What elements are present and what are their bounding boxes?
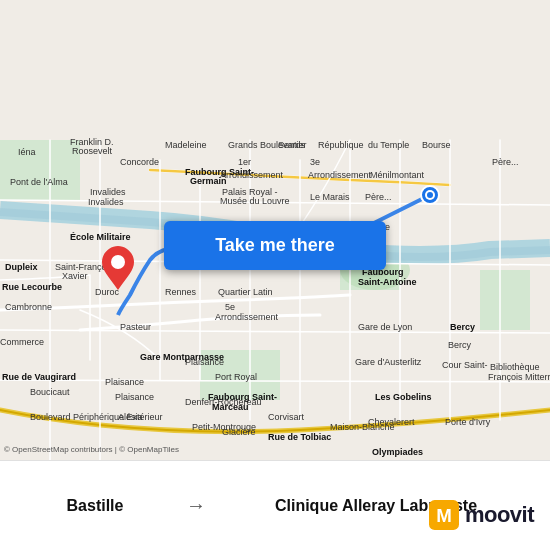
svg-text:Ménilmontant: Ménilmontant <box>370 170 425 180</box>
bottom-bar: Bastille → Clinique Alleray Labrouste M … <box>0 460 550 550</box>
svg-text:Boucicaut: Boucicaut <box>30 387 70 397</box>
svg-text:© OpenStreetMap contributors |: © OpenStreetMap contributors | © OpenMap… <box>4 445 179 454</box>
svg-text:Pont de l'Alma: Pont de l'Alma <box>10 177 68 187</box>
svg-point-84 <box>427 192 433 198</box>
take-me-there-button[interactable]: Take me there <box>164 221 386 270</box>
svg-text:François Mitterrand: François Mitterrand <box>488 372 550 382</box>
svg-text:Faubourg Saint-: Faubourg Saint- <box>208 392 277 402</box>
svg-text:Invalides: Invalides <box>90 187 126 197</box>
moovit-logo: M moovit <box>429 500 534 530</box>
svg-text:Saint-Antoine: Saint-Antoine <box>358 277 417 287</box>
svg-text:Arrondissement: Arrondissement <box>220 170 284 180</box>
svg-text:Cambronne: Cambronne <box>5 302 52 312</box>
svg-text:Les Gobelins: Les Gobelins <box>375 392 432 402</box>
svg-text:École Militaire: École Militaire <box>70 232 131 242</box>
svg-text:Arrondissement: Arrondissement <box>215 312 279 322</box>
svg-text:Concorde: Concorde <box>120 157 159 167</box>
svg-text:Rue de Vaugirard: Rue de Vaugirard <box>2 372 76 382</box>
svg-text:Bercy: Bercy <box>450 322 475 332</box>
svg-text:3e: 3e <box>310 157 320 167</box>
svg-point-85 <box>111 255 125 269</box>
svg-text:Porte d'Ivry: Porte d'Ivry <box>445 417 491 427</box>
svg-text:Olympiades: Olympiades <box>372 447 423 457</box>
svg-text:Commerce: Commerce <box>0 337 44 347</box>
svg-text:Rue Lecourbe: Rue Lecourbe <box>2 282 62 292</box>
svg-text:Iéna: Iéna <box>18 147 36 157</box>
svg-text:Pasteur: Pasteur <box>120 322 151 332</box>
svg-text:du Temple: du Temple <box>368 140 409 150</box>
svg-text:Père...: Père... <box>365 192 392 202</box>
svg-text:Roosevelt: Roosevelt <box>72 146 113 156</box>
svg-text:Glacière: Glacière <box>222 427 256 437</box>
svg-text:Gare d'Austerlitz: Gare d'Austerlitz <box>355 357 422 367</box>
svg-text:Sentier: Sentier <box>278 140 307 150</box>
svg-text:Musée du Louvre: Musée du Louvre <box>220 196 290 206</box>
svg-text:Arrondissement: Arrondissement <box>308 170 372 180</box>
svg-text:M: M <box>436 505 452 526</box>
svg-text:Bourse: Bourse <box>422 140 451 150</box>
svg-text:Corvisart: Corvisart <box>268 412 305 422</box>
svg-text:Gare de Lyon: Gare de Lyon <box>358 322 412 332</box>
from-location: Bastille <box>16 497 174 515</box>
svg-text:5e: 5e <box>225 302 235 312</box>
svg-rect-3 <box>480 270 530 330</box>
svg-text:Port Royal: Port Royal <box>215 372 257 382</box>
moovit-logo-text: moovit <box>465 502 534 528</box>
svg-text:Plaisance: Plaisance <box>105 377 144 387</box>
svg-text:République: République <box>318 140 364 150</box>
arrow-icon: → <box>174 494 218 517</box>
svg-text:Alésia: Alésia <box>118 412 143 422</box>
svg-text:Rennes: Rennes <box>165 287 197 297</box>
moovit-icon-svg: M <box>429 500 459 530</box>
svg-text:Rue de Tolbiac: Rue de Tolbiac <box>268 432 331 442</box>
svg-text:Boulevard Périphérique Extérie: Boulevard Périphérique Extérieur <box>30 412 163 422</box>
svg-rect-1 <box>0 140 80 200</box>
svg-text:Plaisance: Plaisance <box>185 357 224 367</box>
svg-text:Cour Saint-: Cour Saint- <box>442 360 488 370</box>
svg-text:Invalides: Invalides <box>88 197 124 207</box>
map-container: La Seine Iéna Pont d <box>0 0 550 460</box>
svg-text:Le Marais: Le Marais <box>310 192 350 202</box>
svg-text:Duroc: Duroc <box>95 287 120 297</box>
svg-text:Bibliothèque: Bibliothèque <box>490 362 540 372</box>
svg-text:Père...: Père... <box>492 157 519 167</box>
svg-text:Plaisance: Plaisance <box>115 392 154 402</box>
svg-text:Marceau: Marceau <box>212 402 249 412</box>
svg-text:Chevalerert: Chevalerert <box>368 417 415 427</box>
svg-text:Quartier Latin: Quartier Latin <box>218 287 273 297</box>
svg-text:Madeleine: Madeleine <box>165 140 207 150</box>
svg-text:Dupleix: Dupleix <box>5 262 38 272</box>
svg-text:1er: 1er <box>238 157 251 167</box>
svg-text:Xavier: Xavier <box>62 271 88 281</box>
svg-text:Bercy: Bercy <box>448 340 472 350</box>
